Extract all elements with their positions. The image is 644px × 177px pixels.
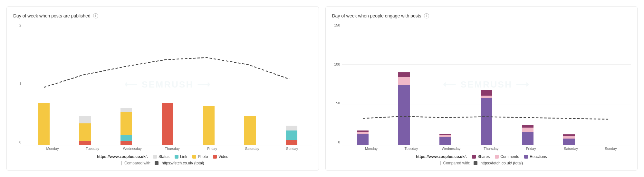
bar-group-wednesday-left [106, 108, 147, 145]
bar-thursday-comments [481, 96, 492, 98]
right-compared-swatch [474, 161, 477, 165]
x-label-wednesday-left: Wednesday [112, 145, 152, 151]
bar-group-saturday-left [229, 116, 271, 145]
x-label-tuesday-left: Tuesday [72, 145, 112, 151]
right-chart-area: 150 100 50 0 ⟵ SEMRUS [332, 23, 631, 165]
photo-swatch [192, 155, 196, 159]
page-container: Day of week when posts are published i 2… [0, 0, 644, 177]
left-legend-row1: https://www.zooplus.co.uk/: Status Link … [97, 154, 228, 159]
left-compared-row: Compared with: https://fetch.co.uk/ (tot… [121, 161, 204, 165]
left-chart-inner: 2 1 0 ⟵ SEMRUSH ⟶ [13, 23, 312, 151]
bar-group-thursday-right [466, 90, 507, 145]
left-x-labels: Monday Tuesday Wednesday Thursday Friday… [33, 145, 312, 151]
reactions-label: Reactions [530, 154, 547, 159]
left-legend-photo: Photo [192, 154, 208, 159]
x-label-monday-left: Monday [33, 145, 72, 151]
left-compared-domain: https://fetch.co.uk/ (total) [162, 161, 204, 165]
left-info-icon[interactable]: i [93, 13, 98, 18]
bar-group-thursday-left [147, 103, 188, 145]
bar-saturday-comments [563, 136, 575, 139]
left-bars-and-line: ⟵ SEMRUSH ⟶ [23, 23, 312, 151]
photo-label: Photo [198, 154, 208, 159]
left-legend: https://www.zooplus.co.uk/: Status Link … [13, 154, 312, 165]
left-legend-link: Link [175, 154, 187, 159]
bar-monday-photo [38, 103, 50, 145]
right-legend-domain: https://www.zooplus.co.uk/: [416, 154, 467, 159]
right-legend-comments: Comments [495, 154, 519, 159]
bar-tuesday-comments [398, 77, 410, 85]
right-compared-domain: https://fetch.co.uk/ (total) [481, 161, 523, 165]
x-label-wednesday-right: Wednesday [431, 145, 471, 151]
bar-group-tuesday-left [64, 116, 106, 145]
x-label-monday-right: Monday [351, 145, 391, 151]
bar-friday-shares [522, 125, 533, 128]
left-legend-status: Status [153, 154, 169, 159]
right-legend-reactions: Reactions [524, 154, 547, 159]
left-legend-domain: https://www.zooplus.co.uk/: [97, 154, 148, 159]
bar-saturday-reactions [563, 139, 575, 145]
shares-swatch [472, 155, 476, 159]
bar-wednesday-video [120, 141, 132, 145]
left-compared-label: Compared with: [124, 161, 151, 165]
left-bars-container: ⟵ SEMRUSH ⟶ [23, 23, 312, 145]
bar-saturday-photo [244, 116, 256, 145]
right-bars-and-line: ⟵ SEMRUSH ⟶ [342, 23, 631, 151]
comments-swatch [495, 155, 499, 159]
shares-label: Shares [477, 154, 490, 159]
comments-label: Comments [500, 154, 519, 159]
right-bars-container: ⟵ SEMRUSH ⟶ [342, 23, 631, 145]
left-y-axis: 2 1 0 [13, 23, 23, 151]
left-compared-swatch [155, 161, 159, 165]
bar-group-wednesday-right [425, 134, 466, 145]
left-chart-title: Day of week when posts are published i [13, 13, 312, 18]
right-legend-row1: https://www.zooplus.co.uk/: Shares Comme… [416, 154, 547, 159]
right-chart-panel: Day of week when people engage with post… [325, 6, 638, 171]
right-chart-title: Day of week when people engage with post… [332, 13, 631, 18]
left-chart-area: 2 1 0 ⟵ SEMRUSH ⟶ [13, 23, 312, 165]
bar-group-monday-left [23, 103, 64, 145]
right-watermark: ⟵ SEMRUSH ⟶ [443, 79, 530, 89]
status-label: Status [159, 154, 169, 159]
x-label-tuesday-right: Tuesday [391, 145, 431, 151]
bar-tuesday-shares [398, 72, 410, 77]
bar-group-tuesday-right [383, 72, 425, 145]
left-watermark: ⟵ SEMRUSH ⟶ [124, 79, 211, 89]
right-info-icon[interactable]: i [424, 13, 429, 18]
left-chart-panel: Day of week when posts are published i 2… [6, 6, 319, 171]
bar-tuesday-reactions [398, 85, 410, 145]
reactions-swatch [524, 155, 528, 159]
bar-monday-reactions [357, 134, 369, 145]
x-label-thursday-right: Thursday [471, 145, 511, 151]
right-compared-label: Compared with: [443, 161, 470, 165]
bar-sunday-status [286, 126, 297, 130]
bar-wednesday-reactions [439, 137, 451, 145]
bar-friday-photo [203, 106, 215, 145]
right-legend-shares: Shares [472, 154, 490, 159]
video-swatch [213, 155, 217, 159]
right-chart-inner: 150 100 50 0 ⟵ SEMRUS [332, 23, 631, 151]
x-label-sunday-right: Sunday [591, 145, 631, 151]
left-title-text: Day of week when posts are published [13, 13, 91, 18]
status-swatch [153, 155, 157, 159]
bar-friday-reactions [522, 132, 533, 145]
bar-sunday-video [286, 140, 297, 145]
bar-group-friday-right [507, 125, 548, 145]
x-label-sunday-left: Sunday [272, 145, 312, 151]
link-swatch [175, 155, 178, 159]
bar-friday-comments [522, 128, 533, 132]
bar-wednesday-status [120, 108, 132, 112]
bar-group-monday-right [342, 130, 383, 145]
bar-group-sunday-left [271, 126, 312, 145]
right-title-text: Day of week when people engage with post… [332, 13, 421, 18]
link-label: Link [180, 154, 187, 159]
bar-group-friday-left [188, 106, 229, 145]
x-label-saturday-right: Saturday [551, 145, 591, 151]
x-label-saturday-left: Saturday [232, 145, 272, 151]
x-label-friday-right: Friday [511, 145, 551, 151]
bar-wednesday-link [120, 135, 132, 141]
bar-group-saturday-right [548, 134, 590, 145]
bar-thursday-reactions [481, 98, 492, 145]
right-x-labels: Monday Tuesday Wednesday Thursday Friday… [351, 145, 631, 151]
bar-thursday-shares [481, 90, 492, 96]
bar-tuesday-photo [79, 123, 91, 141]
